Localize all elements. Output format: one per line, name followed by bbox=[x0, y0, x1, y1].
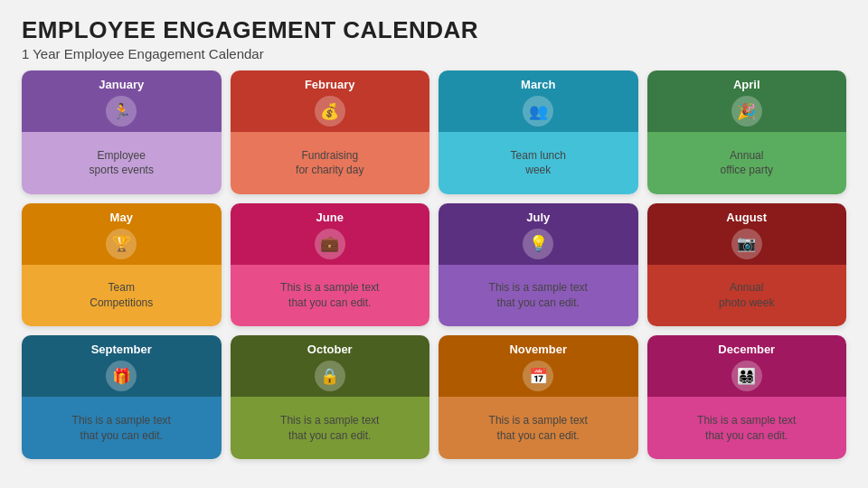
card-body-oct: This is a sample text that you can edit. bbox=[231, 397, 430, 459]
month-icon-jan: 🏃 bbox=[106, 96, 137, 127]
card-desc-sep: This is a sample text that you can edit. bbox=[72, 413, 171, 444]
card-jul: July💡This is a sample text that you can … bbox=[439, 203, 638, 327]
card-desc-may: Team Competitions bbox=[90, 280, 153, 311]
card-body-sep: This is a sample text that you can edit. bbox=[22, 397, 222, 459]
sub-title: 1 Year Employee Engagement Calendar bbox=[22, 46, 846, 61]
month-icon-jun: 💼 bbox=[315, 229, 345, 259]
month-icon-jul: 💡 bbox=[523, 229, 553, 259]
card-dec: December👨‍👩‍👧‍👦This is a sample text tha… bbox=[647, 335, 847, 459]
card-desc-mar: Team lunch week bbox=[511, 148, 566, 179]
month-icon-nov: 📅 bbox=[523, 361, 553, 391]
calendar-grid: January🏃Employee sports eventsFebruary💰F… bbox=[22, 70, 846, 459]
card-body-jan: Employee sports events bbox=[22, 132, 222, 194]
month-icon-sep: 🎁 bbox=[106, 361, 137, 391]
month-label-apr: April bbox=[733, 78, 760, 91]
month-label-feb: February bbox=[305, 78, 355, 91]
month-label-oct: October bbox=[307, 343, 353, 356]
card-sep: September🎁This is a sample text that you… bbox=[22, 335, 222, 459]
card-desc-nov: This is a sample text that you can edit. bbox=[489, 413, 588, 444]
card-header-mar: March👥 bbox=[439, 70, 638, 132]
month-label-dec: December bbox=[718, 343, 775, 356]
card-body-jun: This is a sample text that you can edit. bbox=[231, 265, 430, 327]
card-nov: November📅This is a sample text that you … bbox=[439, 335, 638, 459]
card-desc-apr: Annual office party bbox=[721, 148, 773, 179]
page: EMPLOYEE ENGAGEMENT CALENDAR 1 Year Empl… bbox=[0, 0, 868, 488]
card-desc-oct: This is a sample text that you can edit. bbox=[280, 413, 379, 444]
card-desc-dec: This is a sample text that you can edit. bbox=[697, 413, 796, 444]
month-icon-feb: 💰 bbox=[315, 96, 345, 127]
month-icon-mar: 👥 bbox=[523, 96, 553, 127]
card-desc-aug: Annual photo week bbox=[719, 280, 774, 311]
month-icon-aug: 📷 bbox=[731, 229, 762, 259]
month-label-mar: March bbox=[521, 78, 555, 91]
card-desc-jul: This is a sample text that you can edit. bbox=[489, 280, 588, 311]
card-jun: June💼This is a sample text that you can … bbox=[231, 203, 430, 327]
card-jan: January🏃Employee sports events bbox=[22, 70, 222, 194]
card-header-nov: November📅 bbox=[439, 335, 638, 397]
card-feb: February💰Fundraising for charity day bbox=[231, 70, 430, 194]
month-label-jan: January bbox=[99, 78, 144, 91]
card-header-apr: April🎉 bbox=[647, 70, 847, 132]
card-body-feb: Fundraising for charity day bbox=[231, 132, 430, 194]
month-label-may: May bbox=[110, 211, 133, 224]
card-aug: August📷Annual photo week bbox=[647, 203, 847, 327]
month-label-aug: August bbox=[726, 211, 767, 224]
card-desc-jan: Employee sports events bbox=[90, 148, 154, 179]
card-body-aug: Annual photo week bbox=[647, 265, 847, 327]
card-desc-feb: Fundraising for charity day bbox=[296, 148, 363, 179]
month-icon-apr: 🎉 bbox=[731, 96, 762, 127]
card-header-feb: February💰 bbox=[231, 70, 430, 132]
card-body-jul: This is a sample text that you can edit. bbox=[439, 265, 638, 327]
card-header-aug: August📷 bbox=[647, 203, 847, 265]
card-header-sep: September🎁 bbox=[22, 335, 222, 397]
card-body-dec: This is a sample text that you can edit. bbox=[647, 397, 847, 459]
card-header-oct: October🔒 bbox=[231, 335, 430, 397]
card-oct: October🔒This is a sample text that you c… bbox=[231, 335, 430, 459]
card-body-apr: Annual office party bbox=[647, 132, 847, 194]
card-body-nov: This is a sample text that you can edit. bbox=[439, 397, 638, 459]
month-icon-oct: 🔒 bbox=[315, 361, 345, 391]
month-label-sep: September bbox=[91, 343, 152, 356]
card-header-dec: December👨‍👩‍👧‍👦 bbox=[647, 335, 847, 397]
month-icon-dec: 👨‍👩‍👧‍👦 bbox=[731, 361, 762, 391]
month-label-jun: June bbox=[316, 211, 344, 224]
main-title: EMPLOYEE ENGAGEMENT CALENDAR bbox=[22, 16, 846, 44]
card-body-may: Team Competitions bbox=[22, 265, 222, 327]
card-header-jul: July💡 bbox=[439, 203, 638, 265]
card-mar: March👥Team lunch week bbox=[439, 70, 638, 194]
card-header-may: May🏆 bbox=[22, 203, 222, 265]
card-apr: April🎉Annual office party bbox=[647, 70, 847, 194]
card-may: May🏆Team Competitions bbox=[22, 203, 222, 327]
card-header-jun: June💼 bbox=[231, 203, 430, 265]
card-desc-jun: This is a sample text that you can edit. bbox=[280, 280, 379, 311]
month-label-nov: November bbox=[509, 343, 567, 356]
month-icon-may: 🏆 bbox=[106, 229, 137, 259]
card-header-jan: January🏃 bbox=[22, 70, 222, 132]
month-label-jul: July bbox=[526, 211, 550, 224]
card-body-mar: Team lunch week bbox=[439, 132, 638, 194]
